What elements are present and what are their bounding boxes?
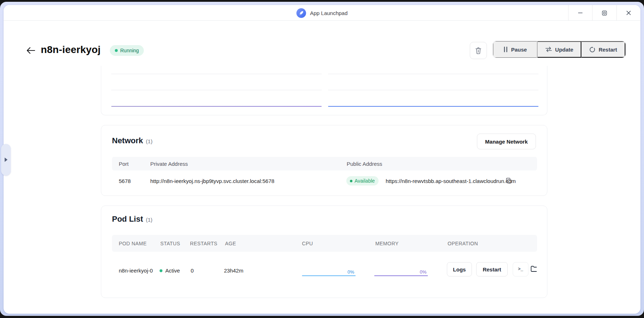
cpu-sparkline: 0% <box>302 262 356 276</box>
memory-sparkline: 0% <box>374 262 428 276</box>
pod-age: 23h42m <box>224 268 243 274</box>
app-title: App Launchpad <box>310 10 347 16</box>
status-dot-icon <box>115 49 118 52</box>
pod-list-title-text: Pod List <box>112 215 143 223</box>
chart-gridline <box>111 74 322 74</box>
file-manager-button[interactable] <box>531 265 537 274</box>
copy-icon <box>506 178 512 184</box>
pause-icon <box>503 47 508 52</box>
memory-sparkline-line <box>374 275 428 276</box>
update-label: Update <box>555 47 574 53</box>
terminal-icon: >_ <box>518 267 523 272</box>
col-restarts: RESTARTS <box>190 241 218 246</box>
col-public: Public Address <box>347 161 382 167</box>
trash-icon <box>475 47 482 54</box>
memory-chart <box>328 66 538 115</box>
private-address: http://n8n-ieerkyoj.ns-jbp9tyvp.svc.clus… <box>150 178 274 184</box>
close-icon <box>626 10 631 15</box>
app-window: App Launchpad <box>4 5 640 314</box>
col-cpu: CPU <box>302 241 313 246</box>
terminal-button[interactable]: >_ <box>513 262 528 276</box>
pod-restarts: 0 <box>191 268 194 274</box>
col-memory: MEMORY <box>375 241 399 246</box>
memory-chart-line <box>328 106 538 107</box>
window-controls <box>568 5 640 21</box>
network-table-header: Port Private Address Public Address <box>112 157 537 170</box>
back-button[interactable] <box>26 45 36 56</box>
close-button[interactable] <box>616 5 640 21</box>
minimize-icon <box>578 10 583 15</box>
minimize-button[interactable] <box>568 5 592 21</box>
availability-badge: Available <box>346 176 379 186</box>
folder-icon <box>531 265 537 273</box>
cpu-chart-line <box>111 106 322 107</box>
manage-network-button[interactable]: Manage Network <box>477 134 536 149</box>
col-private: Private Address <box>150 161 188 167</box>
pause-button[interactable]: Pause <box>493 41 537 58</box>
pod-table-row: n8n-ieerkyoj-0 Active 0 23h42m 0% 0% Log… <box>112 252 537 286</box>
pod-table-header: POD NAME STATUS RESTARTS AGE CPU MEMORY … <box>112 235 537 252</box>
back-arrow-icon <box>26 47 35 54</box>
available-dot-icon <box>350 180 352 182</box>
pod-list-card: Pod List(1) POD NAME STATUS RESTARTS AGE… <box>101 206 547 298</box>
page-title: n8n-ieerkyoj <box>41 44 101 56</box>
col-operation: OPERATION <box>448 241 478 246</box>
col-age: AGE <box>225 241 236 246</box>
cpu-sparkline-line <box>302 275 356 276</box>
pod-restart-button[interactable]: Restart <box>476 262 508 276</box>
col-port: Port <box>119 161 129 167</box>
active-dot-icon <box>160 269 162 272</box>
network-count: (1) <box>146 138 152 144</box>
col-status: STATUS <box>160 241 180 246</box>
chart-gridline <box>328 74 538 74</box>
col-pod-name: POD NAME <box>119 241 147 246</box>
cpu-percent: 0% <box>347 269 354 275</box>
logs-button[interactable]: Logs <box>447 262 472 276</box>
titlebar-title: App Launchpad <box>296 5 347 21</box>
pod-status-label: Active <box>165 268 180 274</box>
restart-icon <box>589 47 595 53</box>
network-title-text: Network <box>112 136 143 145</box>
chart-gridline <box>111 90 322 90</box>
monitor-card <box>101 66 547 115</box>
available-label: Available <box>355 178 375 184</box>
restart-button[interactable]: Restart <box>581 41 625 58</box>
pod-list-count: (1) <box>146 217 152 223</box>
maximize-icon <box>602 10 607 16</box>
network-table-row: 5678 http://n8n-ieerkyoj.ns-jbp9tyvp.svc… <box>112 170 537 191</box>
public-address[interactable]: https://n8n-rewvtsbb.ap-southeast-1.claw… <box>386 178 516 184</box>
delete-button[interactable] <box>470 42 487 59</box>
sidebar-expand-handle[interactable] <box>1 144 11 175</box>
pod-status: Active <box>160 268 180 274</box>
update-arrows-icon <box>545 47 552 52</box>
desktop-background: App Launchpad <box>0 0 644 318</box>
pause-label: Pause <box>511 47 527 53</box>
chart-gridline <box>328 90 538 90</box>
network-card: Network(1) Manage Network Port Private A… <box>101 125 547 196</box>
memory-percent: 0% <box>420 269 426 275</box>
rocket-app-icon <box>296 8 306 18</box>
network-title: Network(1) <box>112 136 152 145</box>
status-badge: Running <box>110 45 144 56</box>
copy-address-button[interactable] <box>505 177 513 185</box>
titlebar: App Launchpad <box>4 5 640 21</box>
app-action-group: Pause Update Restart <box>493 41 626 58</box>
cpu-chart <box>111 66 322 115</box>
pod-name: n8n-ieerkyoj-0 <box>119 268 153 274</box>
maximize-button[interactable] <box>592 5 616 21</box>
status-badge-label: Running <box>120 48 139 53</box>
pod-list-title: Pod List(1) <box>112 215 152 224</box>
update-button[interactable]: Update <box>537 41 581 58</box>
chevron-right-icon <box>5 158 8 162</box>
port-value: 5678 <box>119 178 131 184</box>
restart-label: Restart <box>599 47 617 53</box>
